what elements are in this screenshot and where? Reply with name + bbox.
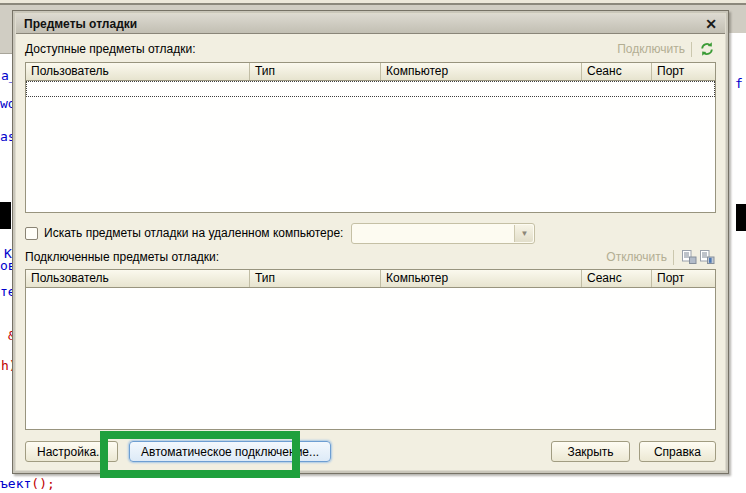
column-header-session[interactable]: Сеанс (582, 63, 652, 80)
chevron-down-icon: ▼ (520, 229, 528, 238)
column-header-user[interactable]: Пользователь (26, 270, 250, 287)
dialog-content: Доступные предметы отладки: Подключить (16, 34, 725, 470)
close-icon[interactable]: ✕ (705, 17, 717, 31)
document-list-blue-button[interactable] (698, 249, 716, 266)
remote-search-label: Искать предметы отладки на удаленном ком… (44, 226, 343, 240)
connected-table: Пользователь Тип Компьютер Сеанс Порт (25, 269, 716, 430)
debug-items-dialog: Предметы отладки ✕ Доступные предметы от… (12, 10, 729, 474)
remote-search-row: Искать предметы отладки на удаленном ком… (25, 222, 716, 244)
document-list-icon (681, 249, 697, 265)
connected-table-header: Пользователь Тип Компьютер Сеанс Порт (26, 270, 715, 288)
column-header-port[interactable]: Порт (652, 270, 715, 287)
refresh-button[interactable] (698, 41, 716, 58)
column-header-user[interactable]: Пользователь (26, 63, 250, 80)
column-header-port[interactable]: Порт (652, 63, 715, 80)
selected-row[interactable] (26, 81, 715, 97)
editor-toolbar-corner (0, 33, 12, 54)
connect-link[interactable]: Подключить (617, 42, 685, 56)
dialog-footer: Настройка... Автоматическое подключение.… (25, 440, 716, 462)
available-section-header: Доступные предметы отладки: Подключить (25, 39, 716, 59)
connected-toolbar: Отключить (606, 249, 716, 266)
toolbar-separator (691, 42, 692, 57)
help-button[interactable]: Справка (639, 441, 716, 462)
code-line: ъект(); (0, 476, 55, 491)
available-table: Пользователь Тип Компьютер Сеанс Порт (25, 62, 716, 213)
connected-label: Подключенные предметы отладки: (25, 250, 219, 264)
disconnect-link[interactable]: Отключить (606, 250, 667, 264)
auto-connect-button[interactable]: Автоматическое подключение... (129, 441, 331, 462)
column-header-type[interactable]: Тип (250, 63, 381, 80)
remote-computer-combo[interactable]: ▼ (351, 223, 535, 244)
column-header-computer[interactable]: Компьютер (381, 63, 582, 80)
close-button[interactable]: Закрыть (551, 441, 630, 462)
available-toolbar: Подключить (617, 41, 716, 58)
settings-button[interactable]: Настройка... (25, 441, 118, 462)
column-header-type[interactable]: Тип (250, 270, 381, 287)
toolbar-separator (673, 250, 674, 265)
dialog-title: Предметы отладки (24, 17, 137, 31)
available-label: Доступные предметы отладки: (25, 42, 196, 56)
document-list-blue-icon (699, 249, 715, 265)
available-table-body[interactable] (26, 81, 715, 212)
code-fragment: (); (31, 476, 54, 491)
code-fragment: ъект (0, 476, 31, 491)
remote-search-checkbox[interactable] (25, 227, 38, 240)
document-list-button[interactable] (680, 249, 698, 266)
available-table-header: Пользователь Тип Компьютер Сеанс Порт (26, 63, 715, 81)
dialog-titlebar[interactable]: Предметы отладки ✕ (16, 14, 725, 34)
code-fragment: f (735, 76, 743, 91)
connected-section-header: Подключенные предметы отладки: Отключить (25, 247, 716, 267)
dialog-body: Предметы отладки ✕ Доступные предметы от… (15, 13, 726, 471)
code-selection-block (0, 202, 11, 229)
column-header-session[interactable]: Сеанс (582, 270, 652, 287)
connected-table-body[interactable] (26, 288, 715, 429)
column-header-computer[interactable]: Компьютер (381, 270, 582, 287)
refresh-icon (699, 41, 715, 57)
combo-dropdown-button[interactable]: ▼ (514, 225, 533, 242)
code-selection-block (736, 204, 746, 231)
